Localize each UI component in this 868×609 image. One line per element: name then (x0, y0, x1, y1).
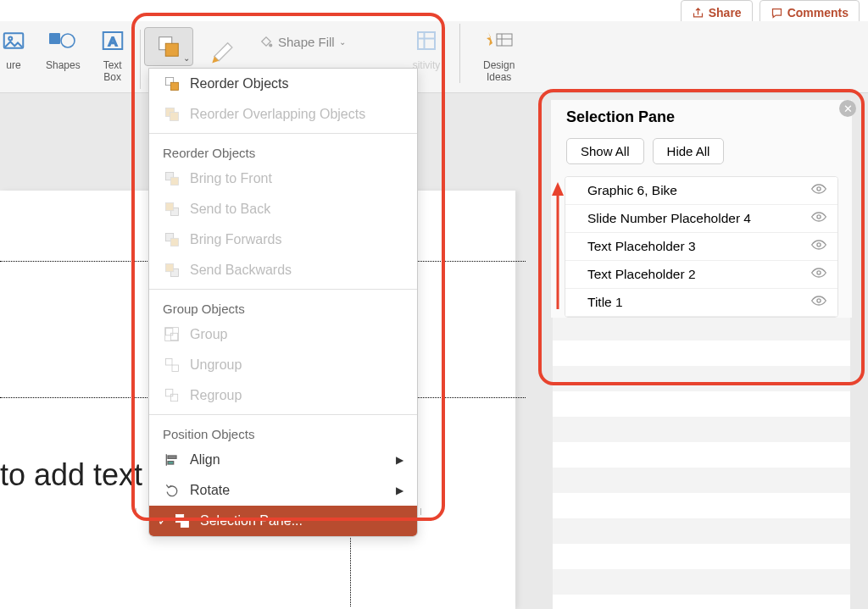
svg-marker-43 (552, 182, 564, 196)
svg-rect-26 (170, 333, 177, 340)
menu-bring-forwards: Bring Forwards (149, 224, 417, 255)
svg-rect-10 (497, 34, 512, 46)
menu-align[interactable]: Align ▶ (149, 445, 417, 475)
menu-send-backwards: Send Backwards (149, 255, 417, 285)
design-ideas-icon (485, 28, 514, 53)
menu-item-label: Bring Forwards (190, 232, 281, 247)
svg-point-39 (817, 243, 821, 246)
checkmark-icon: ✓ (158, 514, 168, 528)
menu-item-label: Align (190, 452, 220, 468)
annotation-arrow (549, 182, 566, 309)
svg-rect-14 (170, 82, 178, 90)
eye-icon[interactable] (810, 267, 827, 282)
placeholder-text[interactable]: to add text (0, 457, 142, 493)
item-label: Slide Number Placeholder 4 (587, 211, 751, 226)
ribbon-shapes-label: Shapes (46, 59, 81, 71)
item-label: Text Placeholder 2 (587, 267, 696, 282)
chevron-down-icon: ⌄ (339, 37, 346, 47)
menu-ungroup: Ungroup (149, 350, 417, 380)
pane-background-stripes (553, 315, 850, 609)
svg-point-41 (817, 299, 821, 302)
menu-item-label: Group (190, 327, 227, 342)
menu-item-label: Reorder Objects (190, 76, 289, 91)
format-painter[interactable] (208, 30, 243, 69)
chevron-right-icon: ▶ (396, 484, 403, 496)
eye-icon[interactable] (810, 295, 827, 310)
selection-pane: Selection Pane Show All Hide All Graphic… (551, 100, 852, 318)
picture-icon (1, 28, 26, 53)
selection-pane-item[interactable]: Text Placeholder 3 (565, 233, 837, 261)
ribbon-shapes[interactable]: Shapes (37, 25, 89, 71)
item-label: Text Placeholder 3 (587, 239, 696, 254)
menu-item-label: Send Backwards (190, 263, 292, 278)
menu-section-position: Position Objects (149, 418, 417, 445)
eye-icon[interactable] (810, 211, 827, 226)
menu-item-label: Selection Pane... (200, 513, 303, 529)
comment-icon (771, 7, 783, 19)
svg-rect-20 (166, 203, 174, 211)
menu-item-label: Reorder Overlapping Objects (190, 107, 365, 122)
design-label-2: Ideas (487, 71, 511, 83)
menu-send-to-back: Send to Back (149, 194, 417, 224)
chevron-right-icon: ▶ (396, 454, 403, 466)
svg-rect-33 (168, 456, 176, 458)
svg-rect-34 (168, 462, 174, 464)
selection-pane-item[interactable]: Text Placeholder 2 (565, 261, 837, 289)
sensitivity-icon (414, 28, 439, 53)
shapes-icon (48, 28, 77, 53)
ribbon-picture-label: ure (6, 59, 20, 71)
menu-reorder-overlapping: Reorder Overlapping Objects (149, 99, 417, 130)
svg-point-38 (817, 215, 821, 219)
menu-reorder-objects[interactable]: Reorder Objects (149, 69, 417, 99)
svg-rect-16 (170, 113, 179, 121)
item-label: Graphic 6, Bike (587, 183, 677, 198)
svg-rect-22 (170, 238, 178, 246)
selection-pane-item[interactable]: Graphic 6, Bike (565, 177, 837, 205)
menu-selection-pane[interactable]: ✓ Selection Pane... (149, 506, 417, 536)
menu-item-label: Rotate (190, 483, 230, 498)
menu-item-label: Bring to Front (190, 171, 272, 186)
menu-item-label: Send to Back (190, 202, 270, 217)
selection-pane-title: Selection Pane (551, 100, 852, 135)
bucket-icon (259, 34, 274, 49)
hide-all-button[interactable]: Hide All (653, 138, 725, 164)
menu-item-label: Ungroup (190, 357, 242, 373)
svg-rect-30 (166, 390, 173, 396)
selection-pane-item[interactable]: Slide Number Placeholder 4 (565, 205, 837, 233)
svg-point-3 (61, 34, 75, 47)
close-pane-button[interactable]: ✕ (839, 100, 856, 117)
ribbon-design-ideas[interactable]: Design Ideas (475, 25, 523, 83)
shape-fill-button[interactable]: Shape Fill ⌄ (259, 34, 346, 49)
arrange-dropdown: Reorder Objects Reorder Overlapping Obje… (148, 68, 418, 537)
menu-section-reorder: Reorder Objects (149, 137, 417, 163)
svg-rect-29 (172, 365, 179, 372)
ribbon-picture[interactable]: ure (0, 25, 37, 71)
share-icon (692, 7, 704, 19)
ribbon-textbox[interactable]: A Text Box (89, 25, 136, 83)
menu-item-label: Regroup (190, 388, 242, 403)
ribbon-textbox-label-1: Text (103, 59, 122, 71)
share-label: Share (709, 6, 742, 19)
svg-rect-24 (166, 264, 174, 272)
svg-rect-36 (181, 519, 188, 527)
painter-icon (208, 30, 243, 65)
design-label-1: Design (483, 59, 515, 71)
textbox-icon: A (100, 28, 125, 53)
arrange-icon (156, 34, 181, 59)
svg-rect-31 (170, 394, 177, 401)
eye-icon[interactable] (810, 239, 827, 254)
svg-point-1 (8, 37, 12, 41)
svg-rect-28 (166, 359, 173, 366)
selection-pane-item[interactable]: Title 1 (565, 289, 837, 317)
arrange-button[interactable]: ⌄ (144, 27, 193, 66)
svg-point-8 (270, 44, 272, 47)
menu-rotate[interactable]: Rotate ▶ (149, 475, 417, 506)
svg-rect-18 (170, 177, 178, 185)
ribbon-textbox-label-2: Box (103, 71, 121, 83)
eye-icon[interactable] (810, 183, 827, 198)
ribbon-sensitivity[interactable]: sitivity (403, 25, 450, 71)
menu-bring-to-front: Bring to Front (149, 163, 417, 194)
show-all-button[interactable]: Show All (566, 138, 644, 164)
menu-group: Group (149, 319, 417, 350)
menu-regroup: Regroup (149, 380, 417, 411)
